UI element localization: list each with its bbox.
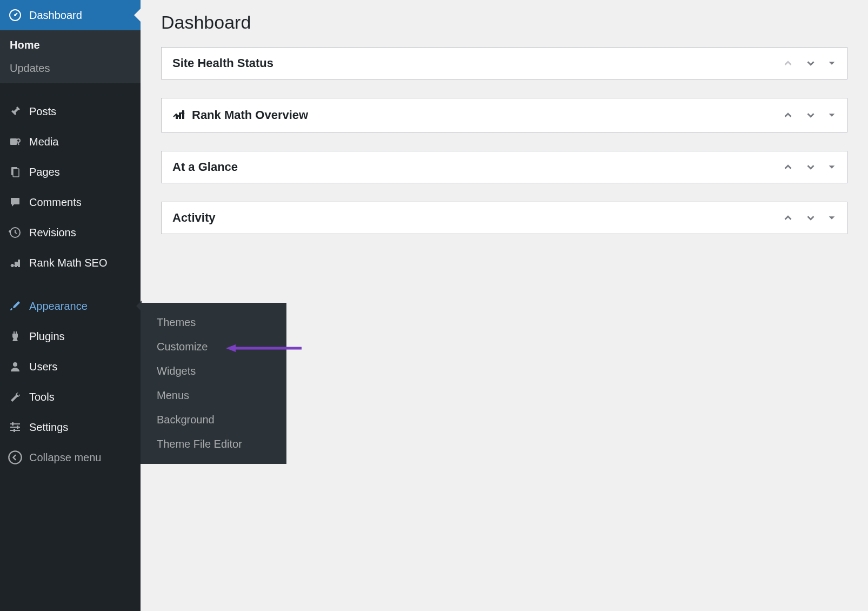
sidebar-item-label: Tools bbox=[29, 391, 55, 403]
sidebar-item-appearance[interactable]: Appearance bbox=[0, 291, 141, 321]
svg-rect-20 bbox=[182, 110, 184, 119]
sidebar-item-tools[interactable]: Tools bbox=[0, 382, 141, 412]
sidebar-item-label: Settings bbox=[29, 421, 68, 434]
flyout-item-widgets[interactable]: Widgets bbox=[141, 359, 286, 383]
sidebar-item-label: Revisions bbox=[29, 227, 76, 239]
move-up-button[interactable] bbox=[782, 57, 794, 69]
sidebar-item-label: Dashboard bbox=[29, 9, 82, 22]
svg-rect-12 bbox=[10, 427, 20, 428]
sidebar-item-comments[interactable]: Comments bbox=[0, 187, 141, 217]
flyout-item-menus[interactable]: Menus bbox=[141, 383, 286, 408]
svg-point-10 bbox=[13, 362, 17, 367]
move-up-button[interactable] bbox=[782, 109, 794, 121]
widget-title: At a Glance bbox=[172, 160, 782, 174]
widget-rankmath-overview: Rank Math Overview bbox=[161, 98, 847, 132]
toggle-button[interactable] bbox=[827, 214, 836, 222]
sidebar-item-label: Comments bbox=[29, 196, 82, 209]
brush-icon bbox=[8, 298, 23, 314]
sliders-icon bbox=[8, 420, 23, 435]
collapse-menu-button[interactable]: Collapse menu bbox=[0, 442, 141, 473]
comment-icon bbox=[8, 195, 23, 210]
widget-controls bbox=[782, 212, 836, 224]
widget-controls bbox=[782, 109, 836, 121]
pages-icon bbox=[8, 164, 23, 180]
history-icon bbox=[8, 225, 23, 240]
widget-at-a-glance: At a Glance bbox=[161, 151, 847, 183]
flyout-item-theme-file-editor[interactable]: Theme File Editor bbox=[141, 432, 286, 456]
widget-site-health: Site Health Status bbox=[161, 47, 847, 79]
sidebar-item-pages[interactable]: Pages bbox=[0, 157, 141, 187]
toggle-button[interactable] bbox=[827, 163, 836, 171]
svg-rect-5 bbox=[13, 169, 19, 177]
sidebar-item-label: Plugins bbox=[29, 330, 65, 343]
flyout-item-themes[interactable]: Themes bbox=[141, 310, 286, 335]
sidebar-item-media[interactable]: Media bbox=[0, 127, 141, 157]
svg-rect-14 bbox=[12, 422, 14, 426]
svg-rect-8 bbox=[15, 262, 17, 267]
media-icon bbox=[8, 134, 23, 149]
sidebar-item-label: Rank Math SEO bbox=[29, 257, 108, 269]
menu-separator bbox=[0, 278, 141, 291]
sidebar-item-revisions[interactable]: Revisions bbox=[0, 217, 141, 248]
widget-activity: Activity bbox=[161, 202, 847, 234]
svg-rect-16 bbox=[14, 429, 15, 432]
widget-title: Rank Math Overview bbox=[172, 107, 782, 123]
submenu-item-home[interactable]: Home bbox=[0, 34, 141, 57]
move-down-button[interactable] bbox=[805, 57, 817, 69]
collapse-menu-label: Collapse menu bbox=[29, 451, 101, 464]
user-icon bbox=[8, 359, 23, 374]
move-up-button[interactable] bbox=[782, 161, 794, 173]
sidebar-item-settings[interactable]: Settings bbox=[0, 412, 141, 442]
svg-point-17 bbox=[9, 451, 21, 463]
svg-rect-7 bbox=[11, 264, 14, 267]
svg-rect-11 bbox=[10, 423, 20, 424]
sidebar-item-rankmath[interactable]: Rank Math SEO bbox=[0, 248, 141, 278]
admin-sidebar: Dashboard Home Updates Posts Media Pages… bbox=[0, 0, 141, 611]
move-down-button[interactable] bbox=[805, 212, 817, 224]
flyout-item-customize[interactable]: Customize bbox=[141, 335, 286, 359]
move-down-button[interactable] bbox=[805, 161, 817, 173]
widget-controls bbox=[782, 57, 836, 69]
sidebar-item-posts[interactable]: Posts bbox=[0, 96, 141, 127]
sidebar-item-label: Pages bbox=[29, 166, 60, 178]
sidebar-item-label: Posts bbox=[29, 105, 56, 118]
move-up-button[interactable] bbox=[782, 212, 794, 224]
dashboard-icon bbox=[8, 8, 23, 23]
chart-icon bbox=[8, 255, 23, 270]
pin-icon bbox=[8, 104, 23, 119]
svg-rect-18 bbox=[176, 115, 178, 119]
toggle-button[interactable] bbox=[827, 111, 836, 119]
sidebar-item-label: Users bbox=[29, 361, 57, 373]
appearance-flyout: Themes Customize Widgets Menus Backgroun… bbox=[141, 303, 286, 464]
submenu-item-updates[interactable]: Updates bbox=[0, 57, 141, 80]
menu-separator bbox=[0, 83, 141, 96]
widget-title: Site Health Status bbox=[172, 56, 782, 70]
svg-rect-19 bbox=[179, 112, 181, 119]
sidebar-item-dashboard[interactable]: Dashboard bbox=[0, 0, 141, 30]
svg-rect-15 bbox=[17, 426, 18, 429]
sidebar-item-plugins[interactable]: Plugins bbox=[0, 321, 141, 351]
widget-controls bbox=[782, 161, 836, 173]
svg-rect-9 bbox=[18, 260, 20, 267]
sidebar-item-label: Appearance bbox=[29, 300, 88, 313]
dashboard-submenu: Home Updates bbox=[0, 30, 141, 83]
svg-point-3 bbox=[17, 139, 20, 142]
wrench-icon bbox=[8, 389, 23, 404]
svg-point-1 bbox=[14, 14, 16, 16]
svg-rect-2 bbox=[10, 138, 17, 145]
chart-icon bbox=[172, 107, 185, 123]
sidebar-item-label: Media bbox=[29, 136, 58, 148]
page-title: Dashboard bbox=[161, 12, 847, 33]
move-down-button[interactable] bbox=[805, 109, 817, 121]
sidebar-item-users[interactable]: Users bbox=[0, 351, 141, 382]
toggle-button[interactable] bbox=[827, 59, 836, 68]
widget-title: Activity bbox=[172, 211, 782, 225]
collapse-icon bbox=[8, 450, 23, 465]
flyout-item-background[interactable]: Background bbox=[141, 408, 286, 432]
plug-icon bbox=[8, 329, 23, 344]
